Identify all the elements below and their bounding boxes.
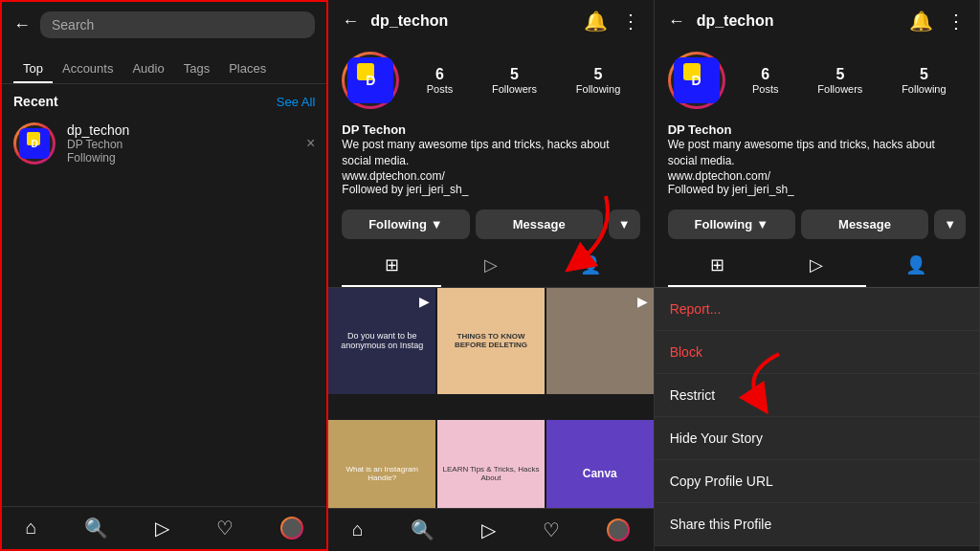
- nav-heart-icon[interactable]: ♡: [216, 517, 234, 540]
- nav-search-icon[interactable]: 🔍: [84, 517, 108, 540]
- p3-tab-reels[interactable]: ▷: [767, 245, 866, 287]
- p3-content-tabs: ⊞ ▷ 👤: [655, 245, 979, 288]
- p3-profile-stats: D 6 Posts 5 Followers 5 Following: [655, 42, 979, 119]
- dropdown-hide-story[interactable]: Hide Your Story: [655, 417, 979, 460]
- p3-stat-following: 5 Following: [902, 66, 946, 95]
- p3-more-icon[interactable]: ⋮: [947, 10, 966, 33]
- stat-following: 5 Following: [576, 66, 620, 95]
- message-button[interactable]: Message: [476, 209, 603, 239]
- following-button[interactable]: Following ▼: [342, 209, 469, 239]
- dropdown-share-profile[interactable]: Share this Profile: [655, 503, 979, 546]
- grid-cell-3[interactable]: ▶: [546, 288, 654, 395]
- p3-bell-icon[interactable]: 🔔: [909, 10, 933, 33]
- back-icon[interactable]: ←: [13, 15, 31, 35]
- nav2-search-icon[interactable]: 🔍: [411, 518, 434, 541]
- tab-audio[interactable]: Audio: [122, 55, 173, 83]
- tab-tags[interactable]: Tags: [174, 55, 219, 83]
- search-result-item[interactable]: D dp_techon DP Techon Following ×: [2, 115, 326, 172]
- more-icon[interactable]: ⋮: [621, 10, 640, 33]
- bio-name: DP Techon: [342, 122, 639, 137]
- nav-reels-icon[interactable]: ▷: [155, 517, 169, 540]
- bottom-nav-2: ⌂ 🔍 ▷ ♡: [328, 508, 653, 551]
- more-button[interactable]: ▼: [609, 209, 640, 239]
- nav-profile-icon[interactable]: [280, 517, 303, 540]
- p3-back-icon[interactable]: ←: [668, 11, 685, 32]
- dropdown-report[interactable]: Report...: [655, 288, 979, 331]
- dropdown-block[interactable]: Block: [655, 331, 979, 374]
- p3-bio-text-2: social media.: [668, 153, 966, 169]
- p3-stats-group: 6 Posts 5 Followers 5 Following: [733, 66, 966, 95]
- following-count: 5: [594, 66, 603, 83]
- nav-bar: ⌂ 🔍 ▷ ♡: [2, 506, 326, 549]
- profile-stats: D 6 Posts 5 Followers 5 Following: [328, 42, 653, 119]
- profile-username: dp_techon: [370, 12, 571, 30]
- p3-message-button[interactable]: Message: [801, 209, 928, 239]
- profile-topbar: ← dp_techon 🔔 ⋮: [328, 0, 653, 42]
- p3-more-button[interactable]: ▼: [934, 209, 966, 239]
- grid-cell-2[interactable]: THINGS TO KNOW BEFORE DELETING: [437, 288, 545, 395]
- see-all-link[interactable]: See All: [277, 95, 315, 109]
- p3-following-button[interactable]: Following ▼: [668, 209, 795, 239]
- p3-bio-followed: Followed by jeri_jeri_sh_: [668, 183, 966, 196]
- p3-topbar: ← dp_techon 🔔 ⋮: [655, 0, 979, 42]
- p3-bio-link[interactable]: www.dptechon.com/: [668, 169, 966, 183]
- tabs-row: Top Accounts Audio Tags Places: [2, 48, 326, 84]
- dropdown-copy-url[interactable]: Copy Profile URL: [655, 460, 979, 503]
- p3-tab-grid[interactable]: ⊞: [668, 245, 768, 287]
- bio-text-1: We post many awesome tips and tricks, ha…: [342, 137, 639, 153]
- bio-link[interactable]: www.dptechon.com/: [342, 169, 639, 183]
- action-buttons: Following ▼ Message ▼: [328, 204, 653, 245]
- bio-followed: Followed by jeri_jeri_sh_: [342, 183, 639, 196]
- stats-group: 6 Posts 5 Followers 5 Following: [407, 66, 639, 95]
- p3-following-label: Following: [902, 83, 946, 95]
- tab-accounts[interactable]: Accounts: [53, 55, 122, 83]
- p3-avatar: D: [668, 52, 725, 109]
- nav-home-icon[interactable]: ⌂: [26, 517, 37, 540]
- tab-reels[interactable]: ▷: [441, 245, 541, 287]
- p3-username: dp_techon: [697, 12, 898, 30]
- p3-bio-name: DP Techon: [668, 122, 966, 137]
- following-label: Following: [576, 83, 620, 95]
- tab-grid[interactable]: ⊞: [342, 245, 441, 287]
- search-panel: ← Search Top Accounts Audio Tags Places …: [0, 0, 328, 551]
- nav2-home-icon[interactable]: ⌂: [352, 518, 364, 541]
- bio-text-2: social media.: [342, 153, 639, 169]
- followers-label: Followers: [492, 83, 537, 95]
- p3-followers-count: 5: [835, 66, 844, 83]
- play-icon-1: ▶: [419, 294, 430, 309]
- play-icon-3: ▶: [637, 294, 648, 309]
- tab-places[interactable]: Places: [219, 55, 276, 83]
- dropdown-menu: Report... Block Restrict Hide Your Story…: [655, 287, 979, 546]
- recent-header: Recent See All: [2, 84, 326, 115]
- tab-top[interactable]: Top: [13, 55, 53, 83]
- profile-bio: DP Techon We post many awesome tips and …: [328, 119, 653, 204]
- result-username: dp_techon: [67, 122, 295, 138]
- search-header: ← Search: [2, 2, 326, 48]
- nav2-heart-icon[interactable]: ♡: [543, 518, 560, 541]
- result-following-label: Following: [67, 151, 295, 165]
- bell-icon[interactable]: 🔔: [584, 10, 608, 33]
- p3-tab-tagged[interactable]: 👤: [866, 245, 966, 287]
- topbar-icons: 🔔 ⋮: [584, 10, 640, 33]
- profile-panel: ← dp_techon 🔔 ⋮ D 6 Posts 5 Followers: [328, 0, 654, 551]
- avatar-logo: D: [19, 128, 50, 159]
- dropdown-restrict[interactable]: Restrict: [655, 374, 979, 417]
- result-subname: DP Techon: [67, 138, 295, 151]
- close-icon[interactable]: ×: [306, 135, 315, 152]
- p3-followers-label: Followers: [817, 83, 862, 95]
- grid-cell-1[interactable]: Do you want to be anonymous on Instag ▶: [328, 288, 435, 395]
- avatar: D: [13, 122, 56, 165]
- p3-bio: DP Techon We post many awesome tips and …: [655, 119, 979, 204]
- search-input[interactable]: Search: [40, 11, 315, 38]
- stat-posts: 6 Posts: [427, 66, 454, 95]
- tab-tagged[interactable]: 👤: [541, 245, 640, 287]
- nav2-profile-icon[interactable]: [607, 518, 630, 541]
- profile-dropdown-panel: ← dp_techon 🔔 ⋮ D 6 Posts 5 Followers: [655, 0, 980, 551]
- p3-stat-followers: 5 Followers: [817, 66, 862, 95]
- p3-topbar-icons: 🔔 ⋮: [909, 10, 966, 33]
- posts-label: Posts: [427, 83, 454, 95]
- p3-action-buttons: Following ▼ Message ▼: [655, 204, 979, 245]
- nav2-reels-icon[interactable]: ▷: [481, 518, 496, 541]
- p3-following-count: 5: [920, 66, 928, 83]
- topbar-back-icon[interactable]: ←: [342, 11, 359, 32]
